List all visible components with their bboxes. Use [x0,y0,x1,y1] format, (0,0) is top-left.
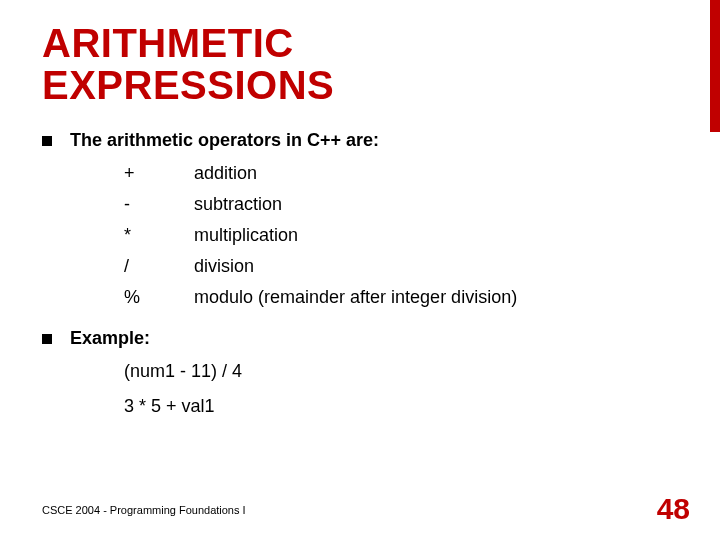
operator-symbol: % [124,287,194,308]
operator-symbol: * [124,225,194,246]
example-list: (num1 - 11) / 4 3 * 5 + val1 [124,361,678,417]
bullet-operators-intro: The arithmetic operators in C++ are: [42,130,678,151]
operator-name: subtraction [194,194,282,215]
title-line-2: EXPRESSIONS [42,63,334,107]
bullet-marker-icon [42,136,52,146]
operator-name: multiplication [194,225,298,246]
operator-symbol: / [124,256,194,277]
operator-row: % modulo (remainder after integer divisi… [124,287,678,308]
operator-symbol: + [124,163,194,184]
accent-bar [710,0,720,132]
slide: ARITHMETIC EXPRESSIONS The arithmetic op… [0,0,720,540]
example-expression: 3 * 5 + val1 [124,396,678,417]
title-line-1: ARITHMETIC [42,21,294,65]
operator-row: / division [124,256,678,277]
operator-name: division [194,256,254,277]
bullet-text: The arithmetic operators in C++ are: [70,130,379,151]
page-number: 48 [657,492,690,526]
operator-name: modulo (remainder after integer division… [194,287,517,308]
operator-name: addition [194,163,257,184]
bullet-marker-icon [42,334,52,344]
operator-row: - subtraction [124,194,678,215]
bullet-example-heading: Example: [42,328,678,349]
bullet-text: Example: [70,328,150,349]
operator-symbol: - [124,194,194,215]
operator-list: + addition - subtraction * multiplicatio… [124,163,678,308]
operator-row: + addition [124,163,678,184]
example-expression: (num1 - 11) / 4 [124,361,678,382]
footer-course: CSCE 2004 - Programming Foundations I [42,504,246,516]
slide-title: ARITHMETIC EXPRESSIONS [42,22,678,106]
operator-row: * multiplication [124,225,678,246]
